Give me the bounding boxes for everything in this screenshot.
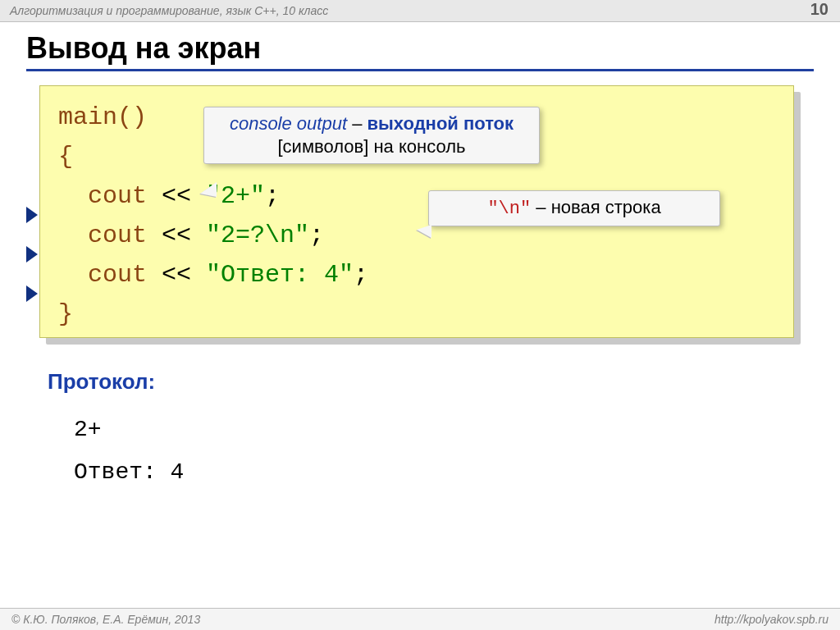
code-brace-close: }: [58, 300, 73, 328]
callout-console-output: console output – выходной поток [символо…: [203, 107, 540, 164]
code-keyword-main: main(): [58, 103, 147, 131]
code-operator: <<: [147, 182, 206, 210]
callout-newline: "\n" – новая строка: [428, 190, 720, 226]
bullet-icon: [26, 246, 38, 262]
callout-dash: –: [347, 113, 367, 134]
callout-pointer-icon: [417, 225, 431, 238]
code-semicolon: ;: [309, 221, 324, 249]
bullet-icon: [26, 207, 38, 223]
slide: Алгоритмизация и программирование, язык …: [0, 0, 840, 630]
callout-code-literal: "\n": [487, 199, 531, 219]
callout-pointer-icon: [200, 182, 217, 197]
callout-term: console output: [230, 113, 347, 134]
protocol-label: Протокол:: [48, 369, 155, 395]
code-string: "Ответ: 4": [206, 261, 354, 289]
code-keyword-cout: cout: [88, 261, 147, 289]
page-number: 10: [810, 0, 829, 19]
protocol-output: 2+ Ответ: 4: [74, 409, 184, 494]
slide-title: Вывод на экран: [26, 31, 814, 71]
code-brace-open: {: [58, 143, 73, 171]
code-keyword-cout: cout: [88, 182, 147, 210]
callout-tail-text: [символов] на консоль: [277, 136, 465, 157]
course-title: Алгоритмизация и программирование, язык …: [10, 4, 328, 17]
code-operator: <<: [147, 221, 206, 249]
protocol-line: 2+: [74, 417, 102, 442]
code-string: "2=?\n": [206, 221, 309, 249]
protocol-line: Ответ: 4: [74, 459, 184, 485]
code-semicolon: ;: [265, 182, 280, 210]
code-semicolon: ;: [354, 261, 368, 289]
footer-credit: © К.Ю. Поляков, Е.А. Ерёмин, 2013: [11, 613, 200, 626]
callout-text: – новая строка: [531, 197, 660, 217]
bullet-icon: [26, 285, 38, 302]
code-keyword-cout: cout: [88, 221, 147, 249]
code-operator: <<: [147, 261, 206, 289]
header-bar: Алгоритмизация и программирование, язык …: [0, 0, 840, 22]
footer-url: http://kpolyakov.spb.ru: [714, 613, 829, 626]
callout-definition: выходной поток: [367, 113, 514, 134]
footer-bar: © К.Ю. Поляков, Е.А. Ерёмин, 2013 http:/…: [0, 608, 840, 630]
